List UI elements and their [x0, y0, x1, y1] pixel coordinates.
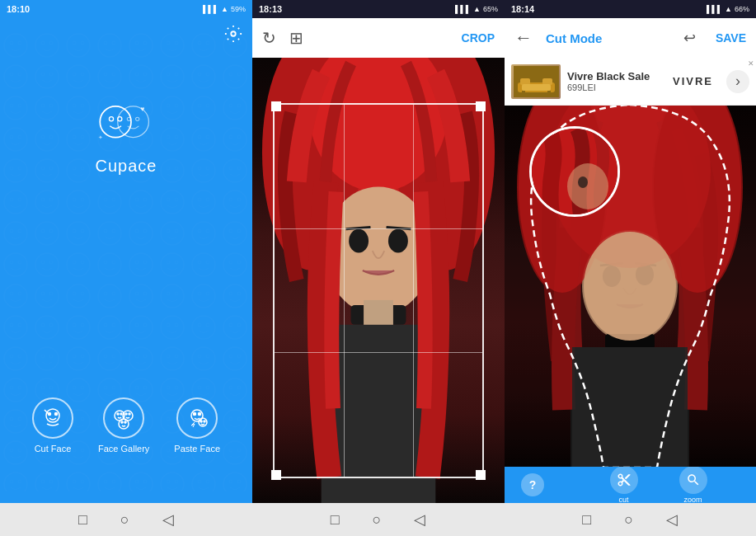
- cut-tool-button[interactable]: cut: [610, 466, 638, 504]
- battery-right: 66%: [735, 5, 749, 13]
- svg-point-31: [204, 421, 205, 422]
- paste-face-label: Paste Face: [174, 444, 220, 454]
- save-button[interactable]: SAVE: [716, 31, 746, 45]
- back-nav-left[interactable]: ◁: [162, 510, 174, 529]
- time-left: 18:10: [7, 4, 30, 14]
- right-nav-section: □ ○ ◁: [504, 510, 756, 529]
- svg-point-28: [199, 413, 201, 416]
- refresh-icon[interactable]: ↻: [262, 28, 276, 48]
- wifi-icon-left: ▲: [221, 5, 228, 13]
- svg-point-21: [125, 413, 127, 415]
- square-nav-mid[interactable]: □: [331, 511, 340, 529]
- ad-brand: VIVRE: [673, 75, 713, 87]
- svg-point-68: [567, 163, 608, 209]
- ad-text: Vivre Black Sale 699LEI: [567, 70, 666, 92]
- layout-icon[interactable]: ⊞: [289, 28, 303, 48]
- action-buttons: Cut Face: [32, 397, 220, 454]
- square-nav-right[interactable]: □: [582, 511, 591, 529]
- help-button[interactable]: ?: [521, 473, 544, 496]
- svg-point-5: [100, 106, 131, 138]
- left-nav-section: □ ○ ◁: [0, 510, 252, 529]
- face-gallery-label: Face Gallery: [98, 444, 149, 454]
- svg-point-10: [136, 117, 139, 120]
- crop-handle-br[interactable]: [476, 470, 486, 480]
- undo-button[interactable]: ↩: [683, 29, 696, 47]
- zoom-icon-bg: [679, 466, 707, 494]
- cut-face-label: Cut Face: [35, 444, 72, 454]
- cut-mode-image-area[interactable]: [505, 106, 756, 467]
- crop-grid-h2: [275, 352, 482, 353]
- right-panel: ← Cut Mode ↩ SAVE Vi: [505, 18, 756, 503]
- app-logo: ♥ ✦ Cupace: [93, 101, 159, 176]
- app-name: Cupace: [96, 157, 157, 176]
- paste-face-icon-container: [176, 397, 218, 439]
- face-gallery-icon-container: [103, 397, 144, 439]
- back-nav-mid[interactable]: ◁: [414, 510, 425, 529]
- crop-handle-bl[interactable]: [271, 470, 281, 480]
- crop-button[interactable]: CROP: [462, 31, 495, 45]
- face-gallery-button[interactable]: Face Gallery: [98, 397, 149, 454]
- zoom-circle: [529, 126, 620, 217]
- wifi-icon-right: ▲: [725, 5, 732, 13]
- cut-face-button[interactable]: Cut Face: [32, 397, 73, 454]
- left-panel: ♥ ✦ Cupace Cut Fa: [0, 18, 252, 503]
- svg-point-25: [124, 421, 126, 423]
- zoom-icon: [686, 473, 701, 487]
- svg-rect-47: [542, 78, 552, 85]
- mid-nav-section: □ ○ ◁: [252, 510, 505, 529]
- crop-toolbar: ↻ ⊞ CROP: [252, 18, 505, 58]
- cut-face-icon-container: [32, 397, 73, 439]
- ad-product-image: [511, 64, 561, 99]
- svg-point-65: [584, 232, 676, 341]
- zoom-tool-button[interactable]: zoom: [679, 466, 707, 504]
- svg-point-4: [231, 31, 236, 36]
- crop-image-area[interactable]: [252, 58, 505, 503]
- advertisement-banner[interactable]: Vivre Black Sale 699LEI VIVRE › ✕: [505, 58, 756, 106]
- ad-subtitle-text: 699LEI: [567, 82, 666, 92]
- signal-icon-mid: ▌▌▌: [455, 5, 471, 13]
- battery-mid: 65%: [483, 5, 498, 13]
- ad-title-text: Vivre Black Sale: [567, 70, 666, 82]
- svg-point-15: [55, 413, 58, 416]
- svg-point-69: [578, 176, 588, 188]
- time-mid: 18:13: [259, 4, 282, 14]
- crop-selection[interactable]: [273, 103, 484, 478]
- back-nav-right[interactable]: ◁: [666, 510, 678, 529]
- svg-rect-49: [522, 91, 525, 95]
- toolbar-title: Cut Mode: [546, 31, 602, 45]
- circle-nav-right[interactable]: ○: [624, 511, 633, 529]
- crop-panel: ↻ ⊞ CROP: [252, 18, 505, 503]
- cut-icon-bg: [610, 466, 638, 494]
- svg-point-6: [109, 117, 113, 121]
- signal-icon-left: ▌▌▌: [203, 5, 218, 13]
- svg-rect-46: [520, 78, 530, 85]
- svg-point-23: [119, 419, 129, 429]
- crop-handle-tr[interactable]: [476, 101, 486, 111]
- navigation-bar: □ ○ ◁ □ ○ ◁ □ ○ ◁: [0, 503, 756, 536]
- svg-rect-48: [522, 84, 551, 91]
- crop-grid-v2: [413, 105, 414, 477]
- ad-close-button[interactable]: ✕: [748, 59, 754, 68]
- svg-point-19: [120, 413, 122, 415]
- crop-grid-h1: [275, 228, 482, 229]
- square-nav-left[interactable]: □: [78, 511, 87, 529]
- svg-point-18: [117, 413, 119, 415]
- cut-mode-bottom-bar: ? cut zoom: [505, 467, 756, 503]
- svg-point-22: [129, 413, 130, 415]
- crop-grid-v1: [344, 105, 345, 477]
- crop-handle-tl[interactable]: [271, 101, 281, 111]
- back-button[interactable]: ←: [514, 27, 533, 49]
- ad-chevron-button[interactable]: ›: [726, 70, 749, 93]
- svg-point-30: [200, 421, 202, 422]
- scissors-icon: [617, 473, 632, 487]
- cut-mode-toolbar: ← Cut Mode ↩ SAVE: [505, 18, 756, 58]
- settings-button[interactable]: [224, 25, 242, 47]
- signal-icon-right: ▌▌▌: [707, 5, 722, 13]
- time-right: 18:14: [511, 4, 534, 14]
- svg-text:♥: ♥: [140, 105, 144, 113]
- circle-nav-left[interactable]: ○: [120, 511, 129, 529]
- paste-face-button[interactable]: Paste Face: [174, 397, 220, 454]
- circle-nav-mid[interactable]: ○: [373, 511, 382, 529]
- svg-point-24: [121, 421, 123, 423]
- battery-left: 59%: [231, 5, 246, 13]
